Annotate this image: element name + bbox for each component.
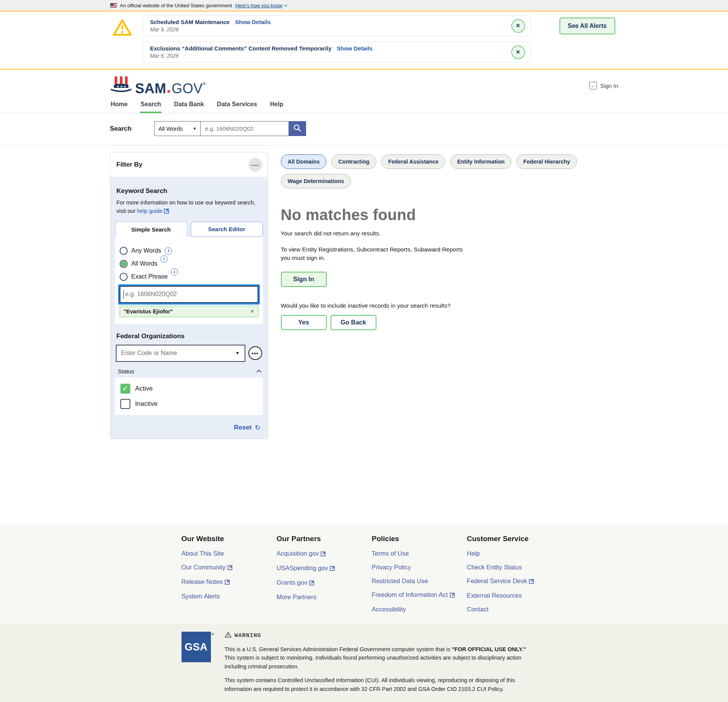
footer-link-usaspending-gov[interactable]: USASpending.gov [277,564,372,572]
arrow-left-glyph: ← [590,83,595,89]
warning-paragraph-1: This is a U.S. General Services Administ… [225,645,527,671]
chevron-up-icon[interactable] [256,370,261,375]
info-icon[interactable]: i [161,255,168,263]
search-input[interactable] [201,121,289,136]
show-details-link[interactable]: Show Details [337,45,372,52]
close-icon: × [516,48,520,56]
footer-link-terms-of-use[interactable]: Terms of Use [372,550,467,557]
logo-sam-text: SAM [135,81,167,96]
see-all-alerts-button[interactable]: See All Alerts [559,18,615,34]
nav-item-search[interactable]: Search [140,98,162,113]
external-link-icon [529,578,534,585]
any-words-radio[interactable] [120,247,128,255]
close-alert-button[interactable]: × [511,19,525,33]
footer-link-help[interactable]: Help [467,550,562,557]
status-section-label: Status [118,368,135,375]
pill-wage-determinations[interactable]: Wage Determinations [281,174,351,188]
alert-title: Scheduled SAM Maintenance [150,19,230,25]
footer-link-check-entity-status[interactable]: Check Entity Status [467,564,562,571]
search-mode-select[interactable]: All Words ▼ [154,121,201,136]
footer-link-restricted-data-use[interactable]: Restricted Data Use [372,577,467,585]
status-options: ✓ Active Inactive [115,378,263,415]
all-words-radio[interactable] [120,260,128,268]
keyword-search-tabs: Simple Search Search Editor [115,222,263,237]
footer-links-section: Our Website About This Site Our Communit… [0,525,728,623]
warning-text: This system is subject to monitoring. In… [225,655,522,669]
footer-col-our-partners: Our Partners Acquisition.gov USASpending… [277,535,372,619]
go-back-button[interactable]: Go Back [331,315,376,330]
sam-gov-logo[interactable]: ★ ★ ★ SAM★GOV® [110,76,206,96]
footer-link-privacy-policy[interactable]: Privacy Policy [372,564,467,571]
refresh-icon[interactable]: ↻ [255,423,260,432]
footer-link-our-community[interactable]: Our Community [182,564,277,572]
footer-link-foia[interactable]: Freedom of Information Act [372,591,467,599]
radio-row-exact-phrase: Exact Phrase i [120,273,258,281]
more-options-button[interactable]: ••• [248,346,262,360]
help-guide-link[interactable]: help guide [137,208,169,214]
results-area: All Domains Contracting Federal Assistan… [281,152,618,330]
us-flag-icon [110,3,117,8]
footer-link-acquisition-gov[interactable]: Acquisition.gov [277,550,372,558]
footer-link-more-partners[interactable]: More Partners [277,593,372,601]
sign-in-link[interactable]: ← Sign In [589,82,618,89]
active-checkbox[interactable]: ✓ [120,384,130,394]
show-details-link[interactable]: Show Details [235,19,271,25]
pill-all-domains[interactable]: All Domains [281,154,327,169]
gsa-logo-text: GSA [185,641,208,653]
footer-link-label: Freedom of Information Act [372,591,448,598]
footer-link-accessibility[interactable]: Accessibility [372,606,467,613]
external-link-icon [450,592,455,599]
nav-item-data-services[interactable]: Data Services [216,98,258,113]
uncle-sam-hat-icon: ★ ★ ★ [110,76,132,96]
inactive-checkbox[interactable] [120,399,130,409]
svg-text:★: ★ [120,85,123,88]
remove-tag-icon[interactable]: × [250,308,254,315]
footer-link-label: Grants.gov [277,579,308,586]
nav-item-home[interactable]: Home [110,98,128,113]
search-label: Search [110,125,154,133]
keyword-input[interactable] [120,286,258,303]
exact-phrase-radio[interactable] [120,273,128,281]
external-link-icon [227,564,232,572]
status-active-option[interactable]: ✓ Active [120,384,258,394]
pill-contracting[interactable]: Contracting [331,154,376,169]
close-alert-button[interactable]: × [511,45,525,59]
sign-in-label: Sign In [600,83,618,89]
search-bar-section: Search All Words ▼ [0,113,728,146]
footer-link-grants-gov[interactable]: Grants.gov [277,579,372,587]
footer-link-about-this-site[interactable]: About This Site [182,550,277,557]
footer-link-federal-service-desk[interactable]: Federal Service Desk [467,577,562,585]
org-code-input[interactable] [117,350,225,357]
info-icon[interactable]: i [165,247,172,255]
footer-link-system-alerts[interactable]: System Alerts [182,593,277,600]
sign-in-button[interactable]: Sign In [281,272,327,287]
footer-link-release-notes[interactable]: Release Notes [182,578,277,586]
tab-search-editor[interactable]: Search Editor [191,222,263,237]
alert-list: Scheduled SAM Maintenance Show Details M… [143,15,531,63]
yes-button[interactable]: Yes [281,315,327,330]
info-icon[interactable]: i [171,268,178,276]
footer-link-label: Acquisition.gov [277,550,319,557]
heres-how-you-know-link[interactable]: Here’s how you know [235,3,287,8]
no-results-subtext: Your search did not return any results. [281,230,618,237]
status-inactive-option[interactable]: Inactive [120,399,258,409]
gsa-registered-mark: ® [211,632,214,636]
inactive-label: Inactive [135,400,158,408]
pill-federal-assistance[interactable]: Federal Assistance [381,154,446,169]
all-words-label: All Words [131,260,157,267]
federal-organizations-combobox[interactable]: ▼ [116,345,245,362]
search-submit-button[interactable] [289,121,306,136]
pill-entity-information[interactable]: Entity Information [450,154,511,169]
nav-item-data-bank[interactable]: Data Bank [173,98,204,113]
nav-item-help[interactable]: Help [269,98,284,113]
chevron-down-icon [284,3,287,6]
pill-federal-hierarchy[interactable]: Federal Hierarchy [516,154,577,169]
filter-panel: Filter By — Keyword Search For more info… [110,152,268,439]
reset-filters-link[interactable]: Reset [234,424,251,431]
footer-link-external-resources[interactable]: External Resources [467,592,562,599]
federal-organizations-heading: Federal Organizations [115,332,263,340]
footer-link-contact[interactable]: Contact [467,606,562,613]
svg-text:★: ★ [117,85,119,88]
tab-simple-search[interactable]: Simple Search [115,222,187,237]
collapse-filters-button[interactable]: — [248,158,262,172]
